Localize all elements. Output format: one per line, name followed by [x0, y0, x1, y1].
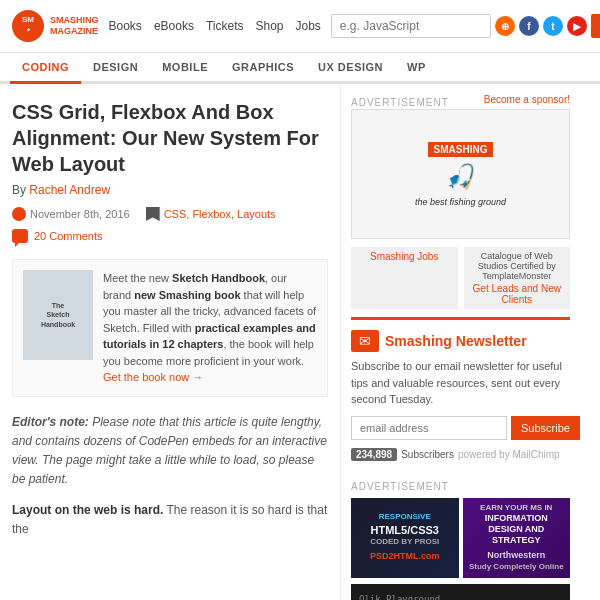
earn-label: EARN YOUR MS IN: [467, 503, 567, 513]
catalogue-text: Catalogue of Web Studios Certified by Te…: [468, 251, 567, 281]
cat-graphics[interactable]: GRAPHICS: [220, 53, 306, 84]
smashing-ad-logo: SMASHING: [428, 142, 494, 157]
become-sponsor-link[interactable]: Become a sponsor!: [484, 94, 570, 105]
author-link[interactable]: Rachel Andrew: [29, 183, 110, 197]
smashing-logo-icon: SM ✦: [10, 8, 46, 44]
subscribers-label: Subscribers: [401, 449, 454, 460]
html5-label: HTML5/CSS3: [370, 523, 440, 537]
header: SM ✦ SMASHING MAGAZINE Books eBooks Tick…: [0, 0, 600, 53]
ad-banner-inner: SMASHING 🎣 the best fishing ground: [352, 110, 569, 238]
fisherman-icon: 🎣: [446, 163, 476, 191]
get-leads-link[interactable]: Catalogue of Web Studios Certified by Te…: [464, 247, 571, 309]
cat-mobile[interactable]: MOBILE: [150, 53, 220, 84]
subscribe-button[interactable]: Subscribe: [511, 416, 580, 440]
ad-banner[interactable]: SMASHING 🎣 the best fishing ground: [351, 109, 570, 239]
nav-jobs[interactable]: Jobs: [296, 19, 321, 33]
layout-para-bold: Layout on the web is hard.: [12, 503, 163, 517]
comments-row: 20 Comments: [12, 229, 328, 243]
qlik-header: Qlik Playground: [359, 592, 532, 601]
tag-link[interactable]: CSS, Flexbox, Layouts: [164, 208, 276, 220]
smashing-jobs-text: Smashing Jobs: [355, 251, 454, 262]
ad-bottom-row: RESPONSIVE HTML5/CSS3 CODED BY PROSI PSD…: [351, 498, 570, 578]
date-meta: November 8th, 2016: [12, 207, 130, 221]
tags-meta: CSS, Flexbox, Layouts: [146, 207, 276, 221]
search-input[interactable]: [331, 14, 491, 38]
cat-design[interactable]: DESIGN: [81, 53, 150, 84]
layout-paragraph: Layout on the web is hard. The reason it…: [12, 501, 328, 539]
bookmark-icon: [146, 207, 160, 221]
northwestern-site: Northwestern: [467, 550, 567, 562]
meta-row: November 8th, 2016 CSS, Flexbox, Layouts: [12, 207, 328, 221]
rss-icon[interactable]: ⊕: [495, 16, 515, 36]
logo-area[interactable]: SM ✦ SMASHING MAGAZINE: [10, 8, 99, 44]
qlik-code-block: Qlik Playground .qlik-playground .produc…: [351, 584, 540, 601]
newsletter-form: Subscribe: [351, 416, 570, 440]
main-layout: CSS Grid, Flexbox And Box Alignment: Our…: [0, 84, 600, 600]
social-icons: ⊕ f t ▶: [495, 16, 587, 36]
editor-note: Editor's note: Please note that this art…: [12, 413, 328, 490]
category-nav: CODING DESIGN MOBILE GRAPHICS UX DESIGN …: [0, 53, 600, 84]
nav-books[interactable]: Books: [109, 19, 142, 33]
smashing-jobs-link[interactable]: Smashing Jobs: [351, 247, 458, 309]
book-cover-image: TheSketchHandbook: [23, 270, 93, 360]
newsletter-header: ✉ Smashing Newsletter: [351, 330, 570, 352]
northwestern-ad-text: EARN YOUR MS IN INFORMATION DESIGN AND S…: [467, 503, 567, 572]
nav-ebooks[interactable]: eBooks: [154, 19, 194, 33]
book-promo-box: TheSketchHandbook Meet the new Sketch Ha…: [12, 259, 328, 397]
cat-ux-design[interactable]: UX DESIGN: [306, 53, 395, 84]
advertisement-label: Advertisement: [351, 97, 449, 108]
cat-coding[interactable]: CODING: [10, 53, 81, 84]
get-leads-text: Get Leads and New Clients: [468, 283, 567, 305]
clock-icon: [12, 207, 26, 221]
newsletter-description: Subscribe to our email newsletter for us…: [351, 358, 570, 408]
author-prefix: By: [12, 183, 29, 197]
comments-link[interactable]: 20 Comments: [34, 230, 102, 242]
book-cta-link[interactable]: Get the book now →: [103, 371, 203, 383]
northwestern-ad-banner[interactable]: EARN YOUR MS IN INFORMATION DESIGN AND S…: [463, 498, 571, 578]
book-cover-title: TheSketchHandbook: [41, 301, 75, 328]
email-input[interactable]: [351, 416, 507, 440]
count-badge: 234,898: [351, 448, 397, 461]
html5-site: PSD2HTML.com: [370, 551, 440, 563]
youtube-icon[interactable]: ▶: [567, 16, 587, 36]
nav-tickets[interactable]: Tickets: [206, 19, 244, 33]
twitter-icon[interactable]: t: [543, 16, 563, 36]
newsletter-box: ✉ Smashing Newsletter Subscribe to our e…: [351, 317, 570, 471]
article-title: CSS Grid, Flexbox And Box Alignment: Our…: [12, 99, 328, 177]
article-area: CSS Grid, Flexbox And Box Alignment: Our…: [0, 84, 340, 600]
search-button[interactable]: Search: [591, 14, 600, 38]
study-online-label: Study Completely Online: [467, 562, 567, 572]
sidebar: Advertisement Become a sponsor! SMASHING…: [340, 84, 580, 600]
search-area: ⊕ f t ▶ Search: [331, 14, 600, 38]
author-line: By Rachel Andrew: [12, 183, 328, 197]
html5-ad-text: RESPONSIVE HTML5/CSS3 CODED BY PROSI PSD…: [370, 512, 440, 563]
book-description: Meet the new Sketch Handbook, our brand …: [103, 270, 317, 386]
html5-ad-banner[interactable]: RESPONSIVE HTML5/CSS3 CODED BY PROSI PSD…: [351, 498, 459, 578]
newsletter-envelope-icon: ✉: [351, 330, 379, 352]
info-design-label: INFORMATION DESIGN AND STRATEGY: [467, 513, 567, 545]
top-nav: Books eBooks Tickets Shop Jobs: [109, 19, 321, 33]
comment-bubble-icon: [12, 229, 28, 243]
ad-tagline: the best fishing ground: [415, 197, 506, 207]
mailchimp-label: powered by MailChimp: [458, 449, 560, 460]
logo-text: SMASHING MAGAZINE: [50, 15, 99, 37]
coded-label: CODED BY PROSI: [370, 537, 440, 547]
ad-sub-links: Smashing Jobs Catalogue of Web Studios C…: [351, 247, 570, 309]
newsletter-title: Smashing Newsletter: [385, 333, 527, 349]
responsive-label: RESPONSIVE: [370, 512, 440, 522]
article-date: November 8th, 2016: [30, 208, 130, 220]
subscriber-count: 234,898 Subscribers powered by MailChimp: [351, 448, 570, 461]
cat-wp[interactable]: WP: [395, 53, 438, 84]
facebook-icon[interactable]: f: [519, 16, 539, 36]
nav-shop[interactable]: Shop: [255, 19, 283, 33]
svg-text:SM: SM: [22, 15, 34, 24]
svg-text:✦: ✦: [26, 27, 31, 33]
ad2-label: Advertisement: [351, 481, 570, 492]
qlik-ad-banner[interactable]: Qlik Playground .qlik-playground .produc…: [351, 584, 570, 601]
